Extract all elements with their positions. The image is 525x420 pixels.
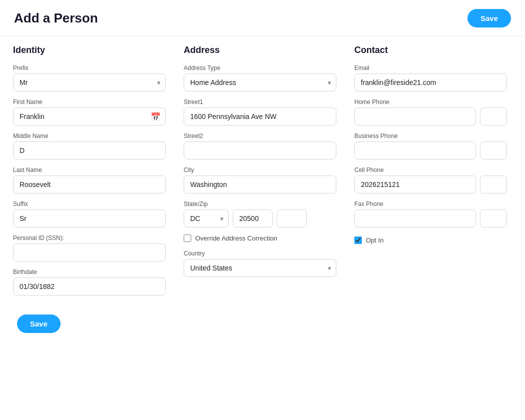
home-phone-label: Home Phone [354,98,507,106]
first-name-field-group: First Name 📅 [13,98,166,126]
state-zip-row: DCALAKAZ ARCACOCT DEFLGAHI IDILINIA KSKY… [184,210,336,228]
prefix-select[interactable]: Mr Mrs Ms Dr Prof [13,74,166,92]
country-field-group: Country United States Canada Mexico Unit… [184,250,336,277]
fax-phone-row [354,210,507,228]
override-address-checkbox[interactable] [184,234,191,242]
email-field-group: Email [354,64,507,92]
opt-in-row: Opt In [354,236,507,244]
fax-phone-input[interactable] [354,210,476,228]
contact-section-title: Contact [354,45,507,56]
country-label: Country [184,250,336,257]
state-zip-field-group: State/Zip DCALAKAZ ARCACOCT DEFLGAHI IDI… [184,200,336,228]
last-name-input[interactable] [13,176,166,194]
personal-id-field-group: Personal ID (SSN): [13,234,166,262]
contact-section: Contact Email Home Phone Business Phone … [345,45,516,333]
opt-in-label: Opt In [366,236,383,244]
home-phone-field-group: Home Phone [354,98,507,126]
identity-section: Identity Prefix Mr Mrs Ms Dr Prof First … [9,45,175,333]
street1-input[interactable] [184,108,336,126]
suffix-input[interactable] [13,210,166,228]
suffix-field-group: Suffix [13,200,166,228]
business-phone-input[interactable] [354,142,476,160]
address-type-select-wrapper: Home Address Business Address Other [184,74,336,92]
state-select-wrapper: DCALAKAZ ARCACOCT DEFLGAHI IDILINIA KSKY… [184,210,229,228]
fax-phone-field-group: Fax Phone [354,200,507,228]
country-select-wrapper: United States Canada Mexico United Kingd… [184,259,336,277]
state-zip-label: State/Zip [184,200,336,208]
street1-field-group: Street1 [184,98,336,126]
street2-field-group: Street2 [184,132,336,160]
personal-id-label: Personal ID (SSN): [13,234,166,242]
cell-phone-row [354,176,507,194]
prefix-select-wrapper: Mr Mrs Ms Dr Prof [13,74,166,92]
country-select[interactable]: United States Canada Mexico United Kingd… [184,259,336,277]
home-phone-input[interactable] [354,108,476,126]
save-button-bottom[interactable]: Save [17,314,61,333]
address-section-title: Address [184,45,336,56]
page-header: Add a Person Save [0,0,525,36]
home-phone-ext-input[interactable] [480,108,507,126]
personal-id-input[interactable] [13,244,166,262]
page-title: Add a Person [14,10,98,26]
suffix-label: Suffix [13,200,166,208]
first-name-label: First Name [13,98,166,106]
birthdate-input[interactable] [13,278,166,296]
birthdate-label: Birthdate [13,268,166,276]
form-body: Identity Prefix Mr Mrs Ms Dr Prof First … [0,45,525,342]
city-label: City [184,166,336,174]
address-type-field-group: Address Type Home Address Business Addre… [184,64,336,92]
cell-phone-ext-input[interactable] [480,176,507,194]
address-section: Address Address Type Home Address Busine… [175,45,345,333]
birthdate-field-group: Birthdate [13,268,166,296]
middle-name-label: Middle Name [13,132,166,140]
header-divider [0,36,525,36]
city-field-group: City [184,166,336,194]
fax-phone-label: Fax Phone [354,200,507,208]
state-select[interactable]: DCALAKAZ ARCACOCT DEFLGAHI IDILINIA KSKY… [184,210,229,228]
middle-name-input[interactable] [13,142,166,160]
business-phone-label: Business Phone [354,132,507,140]
last-name-label: Last Name [13,166,166,174]
opt-in-checkbox[interactable] [354,236,362,244]
business-phone-field-group: Business Phone [354,132,507,160]
identity-section-title: Identity [13,45,166,56]
fax-phone-ext-input[interactable] [480,210,507,228]
home-phone-row [354,108,507,126]
middle-name-field-group: Middle Name [13,132,166,160]
email-input[interactable] [354,74,507,92]
street1-label: Street1 [184,98,336,106]
save-button-top[interactable]: Save [467,9,511,28]
cell-phone-label: Cell Phone [354,166,507,174]
zip-input[interactable] [233,210,273,228]
street2-input[interactable] [184,142,336,160]
city-input[interactable] [184,176,336,194]
first-name-input[interactable] [13,108,166,126]
prefix-field-group: Prefix Mr Mrs Ms Dr Prof [13,64,166,92]
business-phone-row [354,142,507,160]
override-checkbox-row: Override Address Correction [184,234,336,242]
first-name-wrapper: 📅 [13,108,166,126]
email-label: Email [354,64,507,72]
prefix-label: Prefix [13,64,166,72]
street2-label: Street2 [184,132,336,140]
cell-phone-field-group: Cell Phone [354,166,507,194]
cell-phone-input[interactable] [354,176,476,194]
calendar-icon[interactable]: 📅 [151,112,161,122]
zip-ext-input[interactable] [277,210,307,228]
business-phone-ext-input[interactable] [480,142,507,160]
last-name-field-group: Last Name [13,166,166,194]
address-type-select[interactable]: Home Address Business Address Other [184,74,336,92]
override-address-label: Override Address Correction [195,234,277,242]
address-type-label: Address Type [184,64,336,72]
